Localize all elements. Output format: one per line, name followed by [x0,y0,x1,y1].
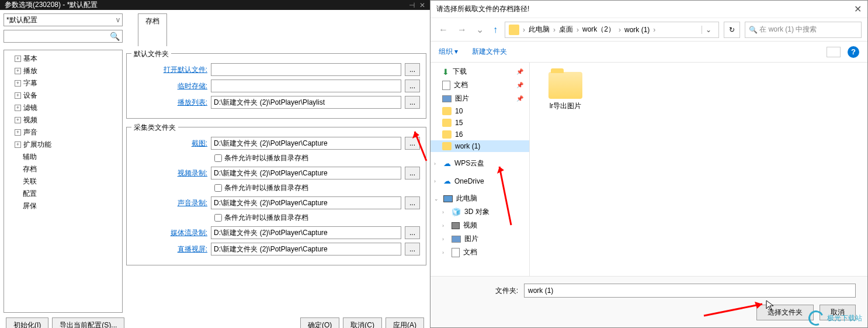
close-icon[interactable]: ✕ [854,4,862,15]
bc-desktop[interactable]: 桌面 [559,25,573,34]
cube-icon: 🧊 [452,208,461,216]
folder-name: lr导出图片 [550,101,582,111]
browse-button[interactable]: ... [405,167,420,179]
open-default-link[interactable]: 打开默认文件: [133,65,207,75]
search-icon: 🔍 [110,32,120,41]
refresh-button[interactable]: ↻ [724,22,740,38]
nav-documents[interactable]: 文档📌 [430,78,529,92]
nav-folder-10[interactable]: 10 [430,105,529,117]
apply-button[interactable]: 应用(A) [386,317,424,328]
up-icon[interactable]: ↑ [491,25,500,35]
back-icon[interactable]: ← [436,25,450,35]
view-mode-button[interactable] [827,47,841,57]
tree-filter[interactable]: +滤镜 [6,102,120,114]
tree-playback[interactable]: +播放 [6,65,120,77]
browse-button[interactable]: ... [405,63,420,76]
tree-subtitle[interactable]: +字幕 [6,77,120,89]
category-tree[interactable]: +基本 +播放 +字幕 +设备 +滤镜 +视频 +声音 +扩展功能 辅助 存档 … [4,50,123,313]
dialog-title-bar: 请选择所截取文件的存档路径! ✕ [430,1,867,18]
nav-bar: ← → ⌄ ↑ › 此电脑 › 桌面 › work（2） › work (1) … [430,18,867,42]
folder-icon [442,142,452,150]
recent-dropdown-icon[interactable]: ⌄ [474,24,486,35]
picture-icon [442,95,452,102]
tree-screensaver[interactable]: 屏保 [6,200,120,212]
tree-archive[interactable]: 存档 [6,163,120,175]
temp-save-link[interactable]: 临时存储: [133,81,207,91]
bc-work2[interactable]: work（2） [582,25,615,34]
audiorec-link[interactable]: 声音录制: [133,198,207,208]
cb1[interactable] [214,154,222,162]
screenshot-link[interactable]: 截图: [133,139,207,149]
breadcrumb-dropdown-icon[interactable]: ⌄ [702,26,715,34]
cb2[interactable] [214,184,222,192]
pin-icon: 📌 [516,82,523,88]
nav-thispc[interactable]: ⌄此电脑 [430,192,529,205]
pin-icon[interactable]: ⊣ [409,1,415,9]
streamrec-input[interactable] [211,226,401,239]
cb3[interactable] [214,214,222,222]
config-dropdown[interactable]: *默认配置 v [4,13,123,26]
nav-videos[interactable]: ›视频 [430,219,529,232]
breadcrumb[interactable]: › 此电脑 › 桌面 › work（2） › work (1) › ⌄ [505,22,719,38]
tab-archive[interactable]: 存档 [138,13,167,46]
audiorec-input[interactable] [211,196,401,209]
temp-save-input[interactable] [211,80,401,92]
tree-audio[interactable]: +声音 [6,126,120,139]
tree-assoc[interactable]: 关联 [6,175,120,188]
streamrec-link[interactable]: 媒体流录制: [133,228,207,238]
nav-wps[interactable]: ›☁WPS云盘 [430,157,529,170]
playlist-link[interactable]: 播放列表: [133,98,207,108]
file-list[interactable]: lr导出图片 [530,63,867,276]
forward-icon[interactable]: → [455,25,469,35]
tree-basic[interactable]: +基本 [6,53,120,65]
browse-button[interactable]: ... [405,243,420,256]
nav-folder-15[interactable]: 15 [430,117,529,129]
livescreen-input[interactable] [211,243,401,256]
nav-docs2[interactable]: ›文档 [430,246,529,259]
cancel-button[interactable]: 取消(C) [343,317,382,328]
tree-ext[interactable]: +扩展功能 [6,139,120,151]
close-icon[interactable]: ✕ [419,1,425,9]
init-button[interactable]: 初始化(I) [6,317,48,328]
nav-pictures[interactable]: 图片📌 [430,92,529,105]
nav-folder-work1[interactable]: work (1) [430,140,529,152]
help-icon[interactable]: ? [848,46,859,58]
tree-video[interactable]: +视频 [6,114,120,126]
folder-icon [442,130,452,139]
folder-item[interactable]: lr导出图片 [539,72,592,111]
new-folder-button[interactable]: 新建文件夹 [472,47,507,57]
nav-downloads[interactable]: ⬇下载📌 [430,65,529,78]
select-folder-button[interactable]: 选择文件夹 [756,305,814,320]
navigation-pane[interactable]: ⬇下载📌 文档📌 图片📌 10 15 16 work (1) ›☁WPS云盘 ›… [430,63,530,276]
tree-device[interactable]: +设备 [6,89,120,102]
nav-3d[interactable]: ›🧊3D 对象 [430,205,529,219]
tree-assist[interactable]: 辅助 [6,151,120,163]
ok-button[interactable]: 确定(O) [300,317,339,328]
capture-folder-group: 采集类文件夹 截图: ... 条件允许时以播放目录存档 视频录制: ... [126,127,426,265]
livescreen-link[interactable]: 直播视屏: [133,244,207,254]
organize-menu[interactable]: 组织 ▾ [439,47,458,57]
nav-onedrive[interactable]: ›☁OneDrive [430,175,529,187]
browse-button[interactable]: ... [405,226,420,239]
nav-pictures2[interactable]: ›图片 [430,232,529,246]
export-button[interactable]: 导出当前配置(S)... [52,317,124,328]
group-title: 默认文件夹 [131,49,171,59]
playlist-input[interactable] [211,96,401,109]
screenshot-input[interactable] [211,137,401,150]
open-default-input[interactable] [211,63,401,76]
bc-work1[interactable]: work (1) [624,26,650,34]
search-input[interactable]: 🔍 在 work (1) 中搜索 [745,22,862,38]
videorec-link[interactable]: 视频录制: [133,168,207,178]
group-title: 采集类文件夹 [131,123,178,133]
browse-button[interactable]: ... [405,137,420,150]
browse-button[interactable]: ... [405,80,420,92]
toolbar: 组织 ▾ 新建文件夹 ? [430,42,867,63]
tree-config[interactable]: 配置 [6,188,120,200]
videorec-input[interactable] [211,167,401,179]
nav-folder-16[interactable]: 16 [430,129,529,140]
browse-button[interactable]: ... [405,196,420,209]
browse-button[interactable]: ... [405,96,420,109]
filename-input[interactable] [524,284,856,298]
bc-pc[interactable]: 此电脑 [529,25,550,34]
search-input[interactable]: 🔍 [4,30,123,43]
